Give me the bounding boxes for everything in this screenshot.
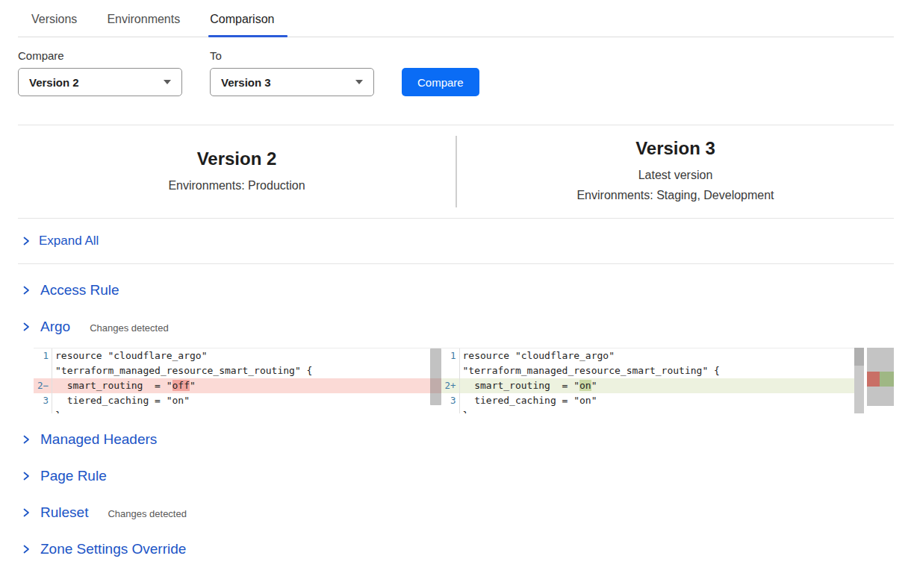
expand-all-button[interactable]: Expand All bbox=[18, 219, 894, 263]
code-line: "terraform_managed_resource_smart_routin… bbox=[441, 363, 855, 378]
diff-pane-left: 1 resource "cloudflare_argo" "terraform_… bbox=[34, 348, 441, 413]
code-text: } bbox=[52, 408, 61, 413]
section-zone-settings-override[interactable]: Zone Settings Override bbox=[18, 541, 894, 557]
compare-button[interactable]: Compare bbox=[402, 68, 479, 96]
minimap-added-marker bbox=[880, 372, 894, 387]
chevron-right-icon bbox=[21, 236, 31, 246]
line-number bbox=[34, 363, 52, 378]
section-title: Managed Headers bbox=[40, 431, 157, 448]
resource-sections: Access Rule Argo Changes detected 1 reso… bbox=[18, 264, 894, 557]
code-line: 1 resource "cloudflare_argo" bbox=[441, 348, 855, 363]
section-title: Page Rule bbox=[40, 468, 107, 484]
section-page-rule[interactable]: Page Rule bbox=[18, 468, 894, 484]
chevron-down-icon bbox=[355, 80, 363, 84]
tab-versions[interactable]: Versions bbox=[30, 13, 78, 37]
argo-diff-viewer: 1 resource "cloudflare_argo" "terraform_… bbox=[34, 348, 894, 413]
gutter-divider bbox=[459, 348, 460, 413]
version-headers: Version 2 Environments: Production Versi… bbox=[18, 125, 894, 218]
chevron-right-icon bbox=[21, 544, 31, 554]
code-line: 1 resource "cloudflare_argo" bbox=[34, 348, 441, 363]
diff-pane-right: 1 resource "cloudflare_argo" "terraform_… bbox=[441, 348, 855, 413]
removed-word: off bbox=[172, 380, 190, 391]
version-right-environments: Environments: Staging, Development bbox=[457, 185, 894, 205]
compare-field-label: Compare bbox=[18, 49, 182, 62]
line-number: 3 bbox=[34, 393, 52, 408]
code-text: "terraform_managed_resource_smart_routin… bbox=[459, 363, 720, 378]
to-version-value: Version 3 bbox=[221, 76, 355, 89]
gutter-divider bbox=[52, 348, 52, 413]
chevron-right-icon bbox=[21, 322, 31, 332]
line-number bbox=[441, 363, 459, 378]
chevron-down-icon bbox=[164, 80, 171, 84]
code-line: "terraform_managed_resource_smart_routin… bbox=[34, 363, 441, 378]
tab-environments[interactable]: Environments bbox=[105, 13, 181, 37]
section-title: Access Rule bbox=[40, 282, 119, 298]
compare-field: Compare Version 2 bbox=[18, 49, 182, 96]
code-line: 3 tiered_caching = "on" bbox=[441, 393, 855, 408]
code-text: resource "cloudflare_argo" bbox=[52, 348, 208, 363]
version-right-latest-label: Latest version bbox=[457, 165, 894, 185]
chevron-right-icon bbox=[21, 507, 31, 518]
code-line: } bbox=[34, 408, 441, 413]
line-number: 1 bbox=[34, 348, 52, 363]
code-text: } bbox=[459, 408, 469, 413]
to-version-select[interactable]: Version 3 bbox=[210, 68, 374, 96]
code-text: resource "cloudflare_argo" bbox=[459, 348, 615, 363]
compare-controls: Compare Version 2 To Version 3 Compare bbox=[18, 49, 894, 96]
section-argo[interactable]: Argo Changes detected bbox=[18, 319, 894, 335]
line-number: 2+ bbox=[441, 378, 459, 393]
diff-minimap[interactable] bbox=[867, 348, 894, 406]
version-right-header: Version 3 Latest version Environments: S… bbox=[457, 138, 894, 205]
section-title: Ruleset bbox=[40, 504, 88, 521]
expand-all-label: Expand All bbox=[39, 234, 99, 248]
minimap-change-marker bbox=[867, 372, 894, 387]
code-text: smart_routing = "on" bbox=[459, 378, 597, 393]
added-word: on bbox=[579, 380, 591, 391]
changes-detected-badge: Changes detected bbox=[108, 508, 187, 519]
line-number bbox=[441, 408, 459, 413]
minimap-removed-marker bbox=[867, 372, 880, 387]
code-text: tiered_caching = "on" bbox=[459, 393, 597, 408]
section-access-rule[interactable]: Access Rule bbox=[18, 282, 894, 298]
chevron-right-icon bbox=[21, 434, 31, 445]
line-number: 3 bbox=[441, 393, 459, 408]
section-title: Argo bbox=[40, 319, 70, 335]
code-line: } bbox=[441, 408, 855, 413]
line-number: 1 bbox=[441, 348, 459, 363]
tab-bar: Versions Environments Comparison bbox=[18, 0, 894, 37]
scrollbar-thumb[interactable] bbox=[854, 348, 864, 366]
chevron-right-icon bbox=[21, 285, 31, 295]
comparison-page: Versions Environments Comparison Compare… bbox=[0, 0, 914, 588]
to-field: To Version 3 bbox=[210, 49, 374, 96]
code-line-removed: 2− smart_routing = "off" bbox=[34, 378, 441, 393]
left-pane-scrollbar[interactable] bbox=[430, 348, 441, 405]
version-left-environments: Environments: Production bbox=[18, 175, 456, 196]
right-pane-scrollbar[interactable] bbox=[854, 348, 864, 413]
code-line: 3 tiered_caching = "on" bbox=[34, 393, 441, 408]
compare-version-value: Version 2 bbox=[29, 76, 164, 89]
to-field-label: To bbox=[210, 49, 374, 62]
chevron-right-icon bbox=[21, 471, 31, 481]
section-title: Zone Settings Override bbox=[40, 541, 186, 557]
section-ruleset[interactable]: Ruleset Changes detected bbox=[18, 504, 894, 521]
code-text: tiered_caching = "on" bbox=[52, 393, 190, 408]
compare-version-select[interactable]: Version 2 bbox=[18, 68, 182, 96]
version-left-title: Version 2 bbox=[18, 148, 456, 169]
version-left-header: Version 2 Environments: Production bbox=[18, 148, 456, 196]
line-number bbox=[34, 408, 52, 413]
code-text: "terraform_managed_resource_smart_routin… bbox=[52, 363, 312, 378]
tab-comparison[interactable]: Comparison bbox=[208, 13, 287, 37]
code-line-added: 2+ smart_routing = "on" bbox=[441, 378, 855, 393]
version-right-title: Version 3 bbox=[457, 138, 894, 159]
code-text: smart_routing = "off" bbox=[52, 378, 196, 393]
section-managed-headers[interactable]: Managed Headers bbox=[18, 431, 894, 448]
line-number: 2− bbox=[34, 378, 52, 393]
changes-detected-badge: Changes detected bbox=[90, 322, 169, 334]
